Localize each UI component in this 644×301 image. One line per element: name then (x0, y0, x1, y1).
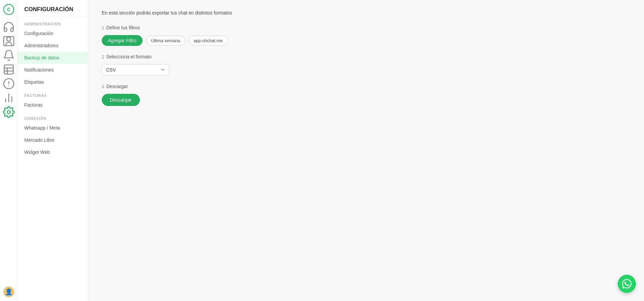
add-filter-button[interactable]: Agregar Filtro (102, 35, 143, 46)
step-1-section: 1 Define tus filtros Agregar Filtro Últi… (102, 25, 631, 46)
sidebar: CONFIGURACIÓN ADMINISTRACIÓN Configuraci… (18, 0, 88, 301)
section-label-facturas: FACTURAS (18, 88, 88, 99)
format-select[interactable]: CSV JSON XLSX (102, 64, 169, 76)
step-3-section: 3 Descargar Descargar (102, 84, 631, 106)
sidebar-item-notificaciones[interactable]: Notificaciones (18, 64, 88, 76)
nav-alert[interactable] (3, 78, 15, 90)
svg-text:C: C (7, 7, 10, 12)
nav-contacts[interactable] (3, 35, 15, 47)
sidebar-item-widgetweb[interactable]: Widget Web (18, 146, 88, 158)
page-title: CONFIGURACIÓN (18, 0, 88, 17)
sidebar-item-backup[interactable]: Backup de datos (18, 52, 88, 64)
step-2-number: 2 (102, 54, 104, 59)
svg-rect-3 (4, 65, 13, 74)
section-label-conexion: CONEXIÓN (18, 111, 88, 122)
filter-row: Agregar Filtro Última semana app.ohchat.… (102, 35, 631, 46)
icon-nav: C (0, 0, 18, 301)
step-3-label: 3 Descargar (102, 84, 631, 89)
app-logo[interactable]: C (3, 3, 15, 16)
step-2-title: Selecciona el formato (106, 54, 152, 59)
step-2-label: 2 Selecciona el formato (102, 54, 631, 59)
filter-tag-site[interactable]: app.ohchat.me (189, 36, 228, 46)
sidebar-item-mercadolibre[interactable]: Mercado Libre (18, 134, 88, 146)
sidebar-item-etiquetas[interactable]: Etiquetas (18, 76, 88, 88)
nav-notifications[interactable] (3, 49, 15, 61)
step-1-title: Define tus filtros (106, 25, 140, 30)
step-3-number: 3 (102, 84, 104, 89)
step-1-number: 1 (102, 25, 104, 30)
avatar[interactable]: 👤 (3, 286, 14, 298)
whatsapp-fab[interactable] (618, 275, 636, 293)
download-button[interactable]: Descargar (102, 94, 140, 106)
nav-chart[interactable] (3, 92, 15, 104)
nav-settings[interactable] (3, 106, 15, 118)
filter-tag-semana[interactable]: Última semana (146, 36, 185, 46)
step-2-section: 2 Selecciona el formato CSV JSON XLSX (102, 54, 631, 76)
step-3-title: Descargar (106, 84, 128, 89)
nav-list[interactable] (3, 63, 15, 76)
nav-headset[interactable] (3, 21, 15, 33)
step-1-label: 1 Define tus filtros (102, 25, 631, 30)
section-description: En esta sección podrás exportar tus chat… (102, 10, 631, 16)
main-content: En esta sección podrás exportar tus chat… (88, 0, 644, 301)
svg-point-13 (7, 111, 10, 114)
sidebar-item-facturas[interactable]: Facturas (18, 99, 88, 111)
section-label-admin: ADMINISTRACIÓN (18, 17, 88, 27)
sidebar-item-configuracion[interactable]: Configuración (18, 27, 88, 39)
user-avatar-nav[interactable]: 👤 (3, 286, 14, 298)
sidebar-item-administradores[interactable]: Administradores (18, 39, 88, 52)
sidebar-item-whatsapp[interactable]: Whatsapp / Meta (18, 122, 88, 134)
